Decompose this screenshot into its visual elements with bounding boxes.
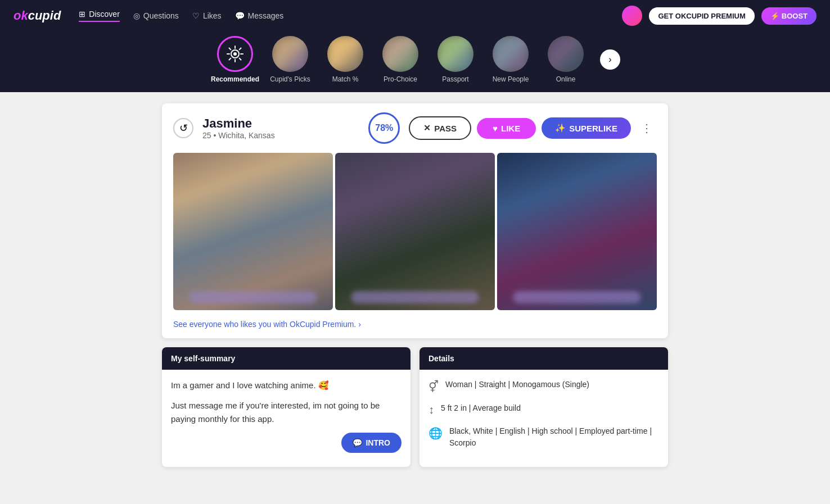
superlike-button[interactable]: ✨ SUPERLIKE	[542, 117, 631, 139]
passport-photo	[437, 36, 473, 72]
match-label: Match %	[332, 75, 359, 83]
self-summary-body: Im a gamer and I love watching anime. 🥰 …	[162, 370, 411, 462]
detail-gender: ⚥ Woman | Straight | Monogamous (Single)	[428, 379, 659, 393]
svg-line-7	[240, 48, 241, 50]
logo[interactable]: okcupid	[13, 8, 61, 23]
superlike-icon: ✨	[555, 123, 566, 133]
card-container: ↺ Jasmine 25 • Wichita, Kansas 78% ✕ PAS…	[162, 103, 668, 467]
photo-1[interactable]	[173, 153, 333, 310]
photo-3-overlay	[513, 291, 640, 303]
messages-icon: 💬	[235, 11, 245, 20]
action-buttons: ✕ PASS ♥ LIKE ✨ SUPERLIKE ⋮	[409, 116, 657, 140]
new-people-label: New People	[493, 75, 529, 83]
intro-button[interactable]: 💬 INTRO	[341, 433, 402, 453]
category-passport[interactable]: Passport	[430, 36, 481, 83]
detail-ethnicity: 🌐 Black, White | English | High school |…	[428, 425, 659, 449]
undo-button[interactable]: ↺	[173, 118, 193, 138]
photo-1-overlay	[189, 291, 317, 303]
main-content: ↺ Jasmine 25 • Wichita, Kansas 78% ✕ PAS…	[0, 92, 830, 478]
svg-line-8	[229, 58, 231, 60]
category-bar: Recommended Cupid's Picks Match % Pro-Ch…	[0, 31, 830, 92]
online-photo	[548, 36, 584, 72]
premium-link[interactable]: See everyone who likes you with OkCupid …	[173, 320, 361, 329]
logo-text-2: cupid	[28, 8, 61, 22]
profile-info: Jasmine 25 • Wichita, Kansas	[202, 116, 359, 140]
category-match[interactable]: Match %	[320, 36, 371, 83]
category-new-people[interactable]: New People	[485, 36, 536, 83]
photos-grid	[162, 153, 668, 319]
cupids-picks-label: Cupid's Picks	[270, 75, 310, 83]
nav-likes[interactable]: ♡ Likes	[192, 11, 222, 20]
self-summary-text: Im a gamer and I love watching anime. 🥰 …	[171, 379, 402, 426]
details-header: Details	[419, 347, 668, 370]
profile-name: Jasmine	[202, 116, 359, 131]
nav-questions[interactable]: ◎ Questions	[133, 11, 179, 20]
category-next-button[interactable]: ›	[600, 49, 620, 70]
sun-icon	[219, 38, 251, 70]
height-icon: ↕	[428, 403, 434, 416]
category-items: Recommended Cupid's Picks Match % Pro-Ch…	[210, 36, 620, 83]
match-percent-circle: 78%	[368, 112, 400, 144]
recommended-label: Recommended	[211, 75, 259, 83]
cupids-picks-photo	[272, 36, 308, 72]
nav-messages[interactable]: 💬 Messages	[235, 11, 284, 20]
user-avatar[interactable]	[622, 6, 642, 26]
profile-header: ↺ Jasmine 25 • Wichita, Kansas 78% ✕ PAS…	[162, 103, 668, 153]
pass-button[interactable]: ✕ PASS	[409, 116, 471, 140]
svg-line-6	[240, 58, 241, 60]
category-online[interactable]: Online	[540, 36, 591, 83]
new-people-photo	[493, 36, 529, 72]
pro-choice-photo	[382, 36, 418, 72]
passport-label: Passport	[442, 75, 468, 83]
premium-link-container: See everyone who likes you with OkCupid …	[162, 319, 668, 338]
self-summary-header: My self-summary	[162, 347, 411, 370]
bolt-icon: ⚡	[770, 12, 779, 20]
category-pro-choice[interactable]: Pro-Choice	[375, 36, 426, 83]
svg-point-9	[233, 52, 237, 56]
likes-icon: ♡	[192, 11, 200, 20]
detail-height: ↕ 5 ft 2 in | Average build	[428, 402, 659, 416]
discover-icon: ⊞	[79, 10, 85, 19]
nav-links: ⊞ Discover ◎ Questions ♡ Likes 💬 Message…	[79, 10, 622, 22]
logo-text: ok	[13, 8, 28, 22]
profile-card: ↺ Jasmine 25 • Wichita, Kansas 78% ✕ PAS…	[162, 103, 668, 338]
online-label: Online	[556, 75, 576, 83]
like-button[interactable]: ♥ LIKE	[477, 118, 536, 139]
recommended-icon-container	[217, 36, 253, 72]
premium-button[interactable]: GET OKCUPID PREMIUM	[649, 7, 754, 25]
boost-button[interactable]: ⚡ BOOST	[761, 7, 817, 25]
photo-3[interactable]	[497, 153, 657, 310]
navigation: okcupid ⊞ Discover ◎ Questions ♡ Likes 💬…	[0, 0, 830, 31]
self-summary-card: My self-summary Im a gamer and I love wa…	[162, 347, 411, 467]
more-options-button[interactable]: ⋮	[637, 119, 657, 137]
category-recommended[interactable]: Recommended	[210, 36, 260, 83]
globe-icon: 🌐	[428, 426, 443, 440]
details-body: ⚥ Woman | Straight | Monogamous (Single)…	[419, 370, 668, 467]
svg-line-5	[229, 48, 231, 50]
match-photo	[327, 36, 363, 72]
details-card: Details ⚥ Woman | Straight | Monogamous …	[419, 347, 668, 467]
nav-right: GET OKCUPID PREMIUM ⚡ BOOST	[622, 6, 817, 26]
profile-sections: My self-summary Im a gamer and I love wa…	[162, 347, 668, 467]
heart-icon: ♥	[493, 124, 498, 133]
questions-icon: ◎	[133, 11, 140, 20]
category-cupids-picks[interactable]: Cupid's Picks	[265, 36, 315, 83]
gender-icon: ⚥	[428, 380, 439, 393]
chat-icon: 💬	[353, 438, 362, 447]
nav-discover[interactable]: ⊞ Discover	[79, 10, 119, 22]
profile-age-location: 25 • Wichita, Kansas	[202, 131, 359, 140]
pro-choice-label: Pro-Choice	[384, 75, 417, 83]
photo-2[interactable]	[335, 153, 495, 310]
photo-2-overlay	[351, 291, 479, 303]
x-icon: ✕	[423, 123, 431, 133]
